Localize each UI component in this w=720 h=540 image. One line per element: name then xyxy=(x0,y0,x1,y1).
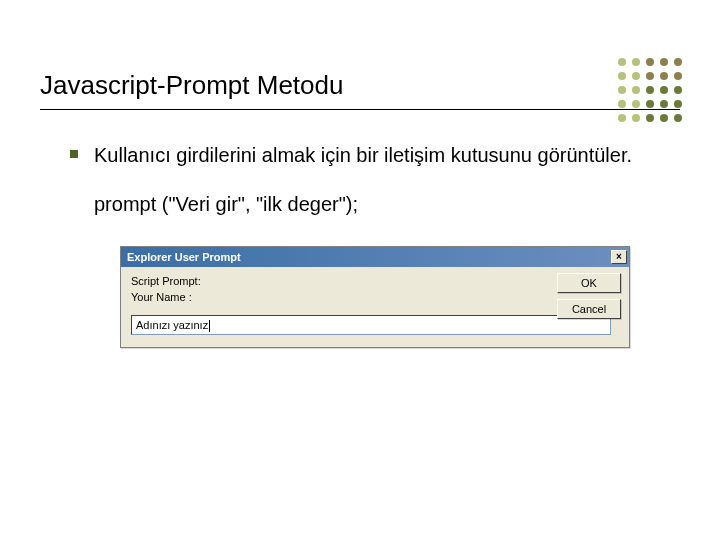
dot-icon xyxy=(674,114,682,122)
dot-icon xyxy=(618,100,626,108)
dot-icon xyxy=(632,72,640,80)
dialog-buttons: OK Cancel xyxy=(557,273,621,319)
slide: Javascript-Prompt Metodu Kullanıcı girdi… xyxy=(0,0,720,540)
dot-icon xyxy=(674,72,682,80)
prompt-dialog: Explorer User Prompt × Script Prompt: Yo… xyxy=(120,246,630,348)
slide-title: Javascript-Prompt Metodu xyxy=(40,70,680,110)
dot-icon xyxy=(660,100,668,108)
dialog-title: Explorer User Prompt xyxy=(127,251,241,263)
dot-icon xyxy=(618,114,626,122)
dot-icon xyxy=(646,100,654,108)
dot-icon xyxy=(660,58,668,66)
dot-icon xyxy=(674,58,682,66)
dot-icon xyxy=(660,72,668,80)
dot-icon xyxy=(646,114,654,122)
dot-icon xyxy=(618,72,626,80)
dot-icon xyxy=(632,100,640,108)
dot-icon xyxy=(618,58,626,66)
dot-icon xyxy=(646,72,654,80)
cancel-button[interactable]: Cancel xyxy=(557,299,621,319)
close-icon[interactable]: × xyxy=(611,250,627,264)
dot-icon xyxy=(674,100,682,108)
dialog-titlebar: Explorer User Prompt × xyxy=(121,247,629,267)
prompt-input-value: Adınızı yazınız xyxy=(136,319,208,331)
dot-icon xyxy=(632,114,640,122)
dot-icon xyxy=(618,86,626,94)
bullet-marker-icon xyxy=(70,150,78,158)
caret-icon xyxy=(209,320,210,332)
slide-body: Kullanıcı girdilerini almak için bir ile… xyxy=(40,110,680,348)
dialog-body: Script Prompt: Your Name : OK Cancel Adı… xyxy=(121,267,629,347)
bullet-text: Kullanıcı girdilerini almak için bir ile… xyxy=(94,142,632,169)
script-prompt-label: Script Prompt: xyxy=(131,275,539,287)
dot-icon xyxy=(660,86,668,94)
prompt-input[interactable]: Adınızı yazınız xyxy=(131,315,611,335)
dot-icon xyxy=(632,58,640,66)
bullet-item: Kullanıcı girdilerini almak için bir ile… xyxy=(70,142,670,169)
dot-icon xyxy=(646,58,654,66)
dot-icon xyxy=(632,86,640,94)
dot-icon xyxy=(674,86,682,94)
ok-button[interactable]: OK xyxy=(557,273,621,293)
corner-decoration xyxy=(618,58,684,124)
code-snippet: prompt ("Veri gir", "ilk deger"); xyxy=(94,193,670,216)
your-name-label: Your Name : xyxy=(131,291,539,303)
dot-icon xyxy=(660,114,668,122)
dot-icon xyxy=(646,86,654,94)
